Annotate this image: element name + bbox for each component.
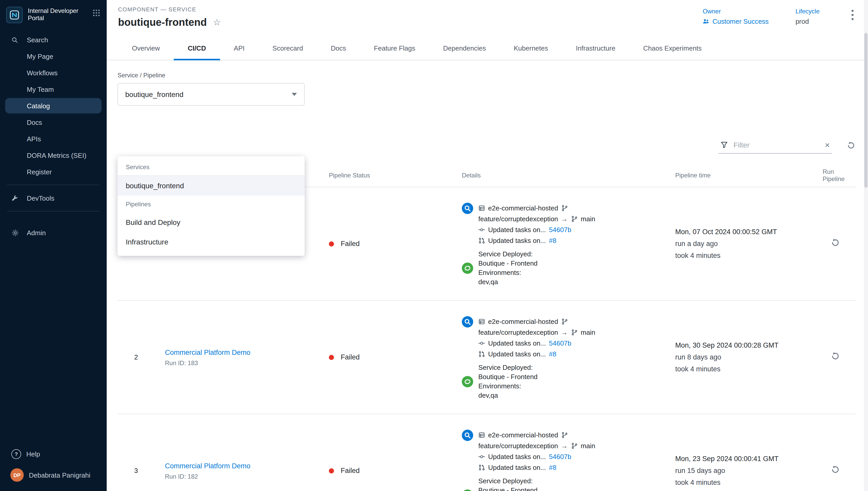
help-label: Help — [26, 450, 40, 458]
filter-input[interactable] — [733, 140, 820, 150]
tab-infrastructure[interactable]: Infrastructure — [562, 37, 629, 60]
entity-kicker: COMPONENT — SERVICE — [118, 6, 221, 12]
status-dot-failed — [329, 354, 334, 360]
env-value: dev,qa — [478, 391, 498, 400]
run-relative-time: run a day ago — [675, 238, 814, 250]
commit-sha-link[interactable]: 54607b — [549, 451, 571, 462]
column-header-status: Pipeline Status — [325, 172, 458, 179]
sidebar-item-docs[interactable]: Docs — [0, 114, 107, 131]
tab-api[interactable]: API — [220, 37, 258, 60]
sidebar-item-my-team[interactable]: My Team — [0, 81, 107, 97]
pipeline-name-link[interactable]: Commercial Platform Demo — [165, 462, 250, 470]
git-branch-icon — [571, 329, 578, 336]
refresh-icon[interactable] — [846, 141, 856, 150]
sidebar-item-dora-metrics[interactable]: DORA Metrics (SEI) — [0, 147, 107, 164]
help-button[interactable]: ? Help — [0, 445, 107, 463]
page-title: boutique-frontend — [118, 17, 207, 28]
rerun-pipeline-icon[interactable] — [830, 465, 840, 476]
sidebar-item-label: DORA Metrics (SEI) — [27, 151, 86, 159]
user-menu[interactable]: DP Debabrata Panigrahi — [0, 463, 107, 491]
sidebar-header: Internal Developer Portal — [0, 0, 107, 29]
rerun-pipeline-icon[interactable] — [830, 238, 840, 250]
deploy-label: Service Deployed: — [478, 476, 533, 486]
owner-value[interactable]: Customer Success — [703, 18, 769, 25]
pipeline-name-link[interactable]: Commercial Platform Demo — [165, 349, 250, 356]
run-duration: took 4 minutes — [675, 476, 814, 488]
arrow-right-icon: → — [561, 440, 568, 451]
run-relative-time: run 8 days ago — [675, 351, 814, 363]
tab-docs[interactable]: Docs — [317, 37, 360, 60]
deploy-service: Boutique - Frontend — [478, 486, 537, 491]
search-icon — [11, 36, 27, 43]
owner-block: Owner Customer Success — [703, 8, 769, 25]
tab-cicd[interactable]: CI/CD — [174, 37, 220, 60]
sidebar-item-admin[interactable]: Admin — [0, 224, 107, 241]
pull-request-icon — [478, 464, 485, 471]
pr-number-link[interactable]: #8 — [549, 462, 556, 473]
sidebar: Internal Developer Portal Search My Page… — [0, 0, 107, 491]
env-label: Environments: — [478, 268, 521, 278]
deploy-service: Boutique - Frontend — [478, 259, 537, 268]
git-branch-icon — [561, 318, 568, 325]
pipeline-select-value: boutique_frontend — [125, 90, 184, 98]
dropdown-option-build-and-deploy[interactable]: Build and Deploy — [118, 212, 305, 232]
sidebar-item-label: Admin — [27, 229, 46, 236]
vertical-scrollbar[interactable] — [864, 0, 868, 491]
filter-field: × — [718, 137, 832, 154]
dropdown-option-infrastructure[interactable]: Infrastructure — [118, 232, 305, 252]
arrow-right-icon: → — [561, 213, 568, 224]
sidebar-divider — [7, 211, 99, 211]
sidebar-item-devtools[interactable]: DevTools — [0, 190, 107, 206]
rerun-pipeline-icon[interactable] — [830, 351, 840, 363]
commit-sha-link[interactable]: 54607b — [549, 224, 571, 235]
commit-icon — [478, 226, 485, 233]
sidebar-item-apis[interactable]: APIs — [0, 131, 107, 147]
pull-request-icon — [478, 351, 485, 357]
sidebar-item-label: Catalog — [27, 102, 50, 110]
repo-name: e2e-commercial-hosted — [488, 316, 558, 327]
tab-kubernetes[interactable]: Kubernetes — [500, 37, 562, 60]
tab-feature-flags[interactable]: Feature Flags — [360, 37, 429, 60]
lifecycle-label: Lifecycle — [796, 8, 819, 15]
commit-sha-link[interactable]: 54607b — [549, 338, 571, 349]
tab-scorecard[interactable]: Scorecard — [258, 37, 317, 60]
apps-grid-icon[interactable] — [92, 7, 100, 19]
repo-icon — [478, 432, 485, 438]
pipeline-picker-label: Service / Pipeline — [118, 72, 856, 79]
pipeline-select[interactable]: boutique_frontend — [118, 83, 305, 106]
favorite-star-icon[interactable]: ☆ — [213, 18, 221, 27]
pr-message: Updated tasks on... — [488, 462, 546, 473]
pr-message: Updated tasks on... — [488, 349, 546, 359]
tab-overview[interactable]: Overview — [118, 37, 174, 60]
commit-message: Updated tasks on... — [488, 451, 546, 462]
run-duration: took 4 minutes — [675, 363, 814, 375]
entity-header: COMPONENT — SERVICE boutique-frontend ☆ … — [107, 0, 868, 28]
chevron-down-icon — [292, 93, 297, 96]
sidebar-item-catalog[interactable]: Catalog — [5, 98, 101, 113]
status-dot-failed — [329, 468, 334, 473]
status-text: Failed — [341, 353, 360, 361]
tab-dependencies[interactable]: Dependencies — [429, 37, 500, 60]
sidebar-divider — [7, 185, 99, 185]
pr-number-link[interactable]: #8 — [549, 235, 556, 246]
table-toolbar: × — [118, 137, 856, 154]
dropdown-option-boutique-frontend[interactable]: boutique_frontend — [118, 176, 305, 196]
status-dot-failed — [329, 241, 334, 246]
sidebar-item-search[interactable]: Search — [0, 31, 107, 48]
pr-number-link[interactable]: #8 — [549, 349, 556, 359]
sidebar-item-workflows[interactable]: Workflows — [0, 64, 107, 81]
scrollbar-thumb[interactable] — [864, 33, 867, 188]
repo-icon — [478, 205, 485, 211]
more-options-icon[interactable] — [849, 8, 856, 22]
app-logo-icon[interactable] — [6, 7, 23, 23]
clear-filter-icon[interactable]: × — [825, 141, 830, 149]
sidebar-item-my-page[interactable]: My Page — [0, 48, 107, 64]
tab-chaos-experiments[interactable]: Chaos Experiments — [629, 37, 716, 60]
lifecycle-block: Lifecycle prod — [796, 8, 819, 25]
run-index: 2 — [118, 353, 155, 361]
pull-request-icon — [478, 237, 485, 244]
column-header-time: Pipeline time — [670, 172, 814, 179]
column-header-run: Run Pipeline — [814, 168, 851, 182]
cicd-panel: Service / Pipeline boutique_frontend Ser… — [107, 72, 868, 491]
sidebar-item-register[interactable]: Register — [0, 164, 107, 180]
